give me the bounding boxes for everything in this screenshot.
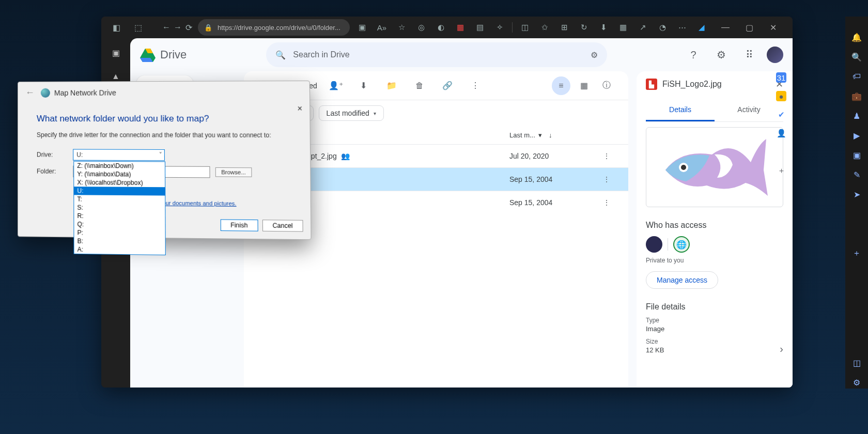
calendar-icon[interactable]: 31: [776, 72, 786, 83]
grid-view-icon[interactable]: ▦: [575, 76, 593, 95]
os-side-rail: 🔔 🔍 🏷 💼 ♟ ▶ ▣ ✎ ➤ ＋ ◫ ⚙: [845, 17, 868, 389]
rail-search-icon[interactable]: 🔍: [850, 51, 863, 63]
size-value: 12 KB: [646, 346, 783, 354]
public-icon[interactable]: 🌐: [673, 236, 690, 253]
drive-option[interactable]: Z: (\\mainbox\Down): [74, 162, 165, 171]
downloads-icon[interactable]: ⬇: [596, 20, 611, 35]
map-network-drive-dialog: ← Map Network Drive × What network folde…: [18, 81, 312, 240]
column-last-modified[interactable]: Last m... ▾ ↓: [509, 131, 597, 139]
extensions-icon[interactable]: ✧: [492, 20, 507, 35]
rail-edit-icon[interactable]: ✎: [850, 168, 863, 181]
finish-button[interactable]: Finish: [220, 219, 258, 231]
drive-option[interactable]: S:: [74, 204, 165, 213]
share-icon[interactable]: ↗: [636, 20, 650, 35]
close-window-button[interactable]: ✕: [762, 19, 784, 36]
rail-settings-icon[interactable]: ⚙: [850, 376, 863, 389]
owner-avatar[interactable]: [646, 236, 662, 253]
share-person-icon[interactable]: 👤⁺: [327, 76, 345, 95]
drive-option[interactable]: Q:: [74, 220, 165, 229]
drive-option[interactable]: B:: [74, 237, 165, 246]
selection-more-icon[interactable]: ⋮: [466, 76, 485, 95]
keep-icon[interactable]: ●: [776, 91, 786, 101]
rail-bell-icon[interactable]: 🔔: [850, 31, 863, 43]
drive-option[interactable]: T:: [74, 195, 165, 204]
date-cell: Sep 15, 2004: [509, 175, 597, 183]
search-icon: 🔍: [275, 50, 286, 60]
history-icon[interactable]: ↻: [577, 20, 591, 35]
date-cell: Jul 20, 2020: [509, 152, 597, 160]
search-options-icon[interactable]: ⚙: [591, 50, 598, 60]
tasks-icon[interactable]: ✔: [776, 110, 786, 120]
settings-icon[interactable]: ⚙: [711, 44, 732, 65]
drive-letter-dropdown[interactable]: U: Z: (\\mainbox\Down) Y: (\\mainbox\Dat…: [73, 149, 165, 161]
rail-outlook-icon[interactable]: ▣: [850, 149, 863, 161]
drive-option[interactable]: A:: [74, 245, 165, 255]
cancel-button[interactable]: Cancel: [262, 220, 303, 231]
ext-2-icon[interactable]: ◐: [433, 20, 448, 35]
more-icon[interactable]: ⋯: [675, 20, 689, 35]
refresh-button[interactable]: ⟳: [185, 19, 193, 36]
drive-option[interactable]: R:: [74, 212, 165, 221]
drive-option[interactable]: U:: [74, 187, 165, 195]
info-icon[interactable]: ⓘ: [597, 76, 616, 95]
row-more-icon[interactable]: ⋮: [597, 175, 616, 183]
row-more-icon[interactable]: ⋮: [597, 198, 616, 207]
read-aloud-icon[interactable]: A»: [375, 20, 389, 35]
rail-briefcase-icon[interactable]: 💼: [850, 90, 863, 102]
back-button[interactable]: ←: [162, 19, 171, 36]
drive-logo-icon: [140, 47, 156, 63]
addons-plus-icon[interactable]: ＋: [776, 165, 786, 176]
drive-search-bar[interactable]: 🔍 Search in Drive ⚙: [266, 42, 607, 67]
favorite-icon[interactable]: ☆: [394, 20, 409, 35]
vertical-tab-new-icon[interactable]: ▣: [106, 43, 125, 62]
rail-send-icon[interactable]: ➤: [850, 188, 863, 200]
drive-logo[interactable]: Drive: [140, 47, 187, 63]
drive-option[interactable]: X: (\\localhost\Dropbox): [74, 178, 165, 187]
shared-icon: 👥: [341, 152, 350, 160]
drive-option[interactable]: Y: (\\mainbox\Data): [74, 170, 165, 179]
performance-icon[interactable]: ◔: [655, 20, 670, 35]
ext-4-icon[interactable]: ▤: [473, 20, 487, 35]
row-more-icon[interactable]: ⋮: [597, 152, 616, 160]
url-text: https://drive.google.com/drive/u/0/folde…: [218, 24, 344, 32]
drive-option[interactable]: P:: [74, 228, 165, 238]
ext-1-icon[interactable]: ◎: [414, 20, 428, 35]
google-side-panel: 31 ● ✔ 👤 ＋: [770, 60, 793, 176]
contacts-icon[interactable]: 👤: [776, 128, 786, 138]
drive-selected-value: U:: [76, 151, 83, 159]
collections-icon[interactable]: ⊞: [557, 20, 571, 35]
ext-3-icon[interactable]: ▦: [453, 20, 468, 35]
dialog-close-icon[interactable]: ×: [295, 103, 305, 114]
filter-chip-modified[interactable]: Last modified: [319, 105, 384, 121]
download-icon[interactable]: ⬇: [354, 76, 373, 95]
address-bar[interactable]: 🔒 https://drive.google.com/drive/u/0/fol…: [198, 19, 350, 36]
split-screen-icon[interactable]: ▣: [355, 20, 369, 35]
workspaces-icon[interactable]: ⬚: [129, 19, 147, 36]
rail-panel-toggle-icon[interactable]: ◫: [850, 357, 863, 369]
network-drive-icon: [41, 88, 50, 97]
rail-plus-icon[interactable]: ＋: [850, 247, 863, 259]
rail-play-icon[interactable]: ▶: [850, 129, 863, 142]
link-icon[interactable]: 🔗: [438, 76, 457, 95]
file-preview[interactable]: [646, 127, 783, 207]
tab-details[interactable]: Details: [646, 99, 715, 121]
browse-button[interactable]: Browse...: [215, 167, 252, 177]
dialog-back-icon[interactable]: ←: [25, 87, 35, 98]
favorites-hub-icon[interactable]: ✩: [537, 20, 552, 35]
type-value: Image: [646, 325, 783, 333]
details-filename: FiSH_Logo2.jpg: [662, 80, 722, 89]
manage-access-button[interactable]: Manage access: [646, 271, 718, 289]
tab-actions-icon[interactable]: ◧: [107, 19, 125, 36]
minimize-button[interactable]: —: [714, 19, 737, 36]
rail-tag-icon[interactable]: 🏷: [850, 70, 863, 83]
apps-grid-icon[interactable]: ⠿: [739, 44, 760, 65]
sidebar-toggle-icon[interactable]: ◫: [518, 20, 532, 35]
rail-games-icon[interactable]: ♟: [850, 110, 863, 122]
move-icon[interactable]: 📁: [382, 76, 401, 95]
support-icon[interactable]: ?: [683, 44, 704, 65]
apps-icon[interactable]: ▦: [616, 20, 630, 35]
filter-icon[interactable]: ≡: [552, 76, 570, 95]
maximize-button[interactable]: ▢: [738, 19, 761, 36]
bing-icon[interactable]: ◢: [694, 20, 709, 35]
delete-icon[interactable]: 🗑: [410, 76, 429, 95]
